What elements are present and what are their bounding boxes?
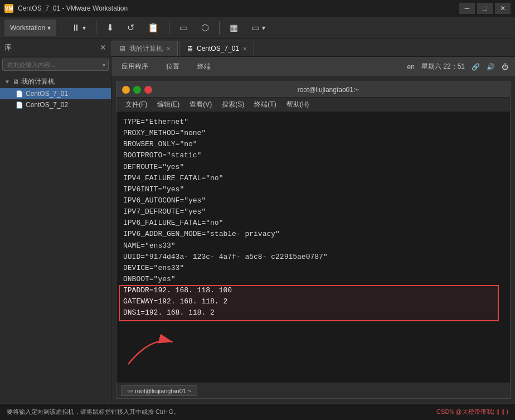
terminal-menu-edit[interactable]: 编辑(E)	[153, 98, 184, 111]
terminal-line: DEVICE="ens33"	[123, 263, 503, 274]
vm-icon-1: 📄	[16, 90, 23, 98]
terminal-close-button[interactable]: ✕	[144, 86, 152, 94]
terminal-tab-1[interactable]: ▭ root@liujiangtao01:~	[121, 385, 197, 396]
status-bar: 要将输入定向到该虚拟机，请将鼠标指针移入其中或按 Ctrl+G。 CSDN @大…	[0, 403, 515, 420]
terminal-win-buttons: ─ □ ✕	[122, 86, 152, 94]
tab-close-centos-1[interactable]: ✕	[242, 46, 247, 52]
sidebar-close-button[interactable]: ✕	[100, 43, 106, 52]
send-icon: ⬇	[106, 22, 114, 33]
minimize-button[interactable]: ─	[459, 3, 475, 14]
terminal-menu: 文件(F) 编辑(E) 查看(V) 搜索(S) 终端(T) 帮助(H)	[116, 98, 510, 112]
terminal-line: GATEWAY=192. 168. 118. 2	[123, 296, 503, 307]
terminal-menu-help[interactable]: 帮助(H)	[282, 98, 314, 111]
vm-net-icon: 🔗	[472, 63, 480, 71]
search-input[interactable]	[2, 59, 109, 71]
terminal-line: IPV6_FAILURE_FATAL="no"	[123, 218, 503, 229]
terminal-container: ─ □ ✕ root@liujiangtao01:~ 文件(F) 编辑(E) 查…	[111, 77, 515, 403]
toolbar-sep-1	[61, 21, 61, 35]
maximize-button[interactable]: □	[477, 3, 493, 14]
vm-lang: en	[407, 63, 415, 71]
expand-icon: ▼	[4, 79, 10, 85]
tree-label-centos-2: CentOS_7_02	[26, 101, 68, 109]
sidebar: 库 ✕ ▾ ▼ 🖥 我的计算机 📄 CentOS_7_01 📄 CentOS_7…	[0, 39, 111, 403]
terminal-window: ─ □ ✕ root@liujiangtao01:~ 文件(F) 编辑(E) 查…	[116, 81, 511, 399]
terminal-line: BOOTPROTO="static"	[123, 150, 503, 161]
vm-icon-2: 📄	[16, 102, 23, 109]
tab-icon-my-computer: 🖥	[119, 45, 126, 53]
tab-label-centos-1: CentOS_7_01	[197, 45, 239, 52]
terminal-line: BROWSER_ONLY="no"	[123, 139, 503, 150]
vm-header-right: en 星期六 22：51 🔗 🔊 ⏻	[407, 62, 508, 71]
tree-item-centos-1[interactable]: 📄 CentOS_7_01	[0, 88, 111, 99]
toolbar-sep-2	[96, 21, 96, 35]
terminal-line: UUID="9174d43a- 123c- 4a7f- a5c8- c22915…	[123, 252, 503, 263]
terminal-line: DEFROUTE="yes"	[123, 162, 503, 173]
tab-bar: 🖥 我的计算机 ✕ 🖥 CentOS_7_01 ✕	[111, 39, 515, 57]
content-area: 🖥 我的计算机 ✕ 🖥 CentOS_7_01 ✕ 应用程序 位置 终端 en …	[111, 39, 515, 403]
tab-close-my-computer[interactable]: ✕	[166, 46, 171, 52]
title-bar: VM CentOS_7_01 - VMware Workstation ─ □ …	[0, 0, 515, 17]
terminal-line: IPV4_FAILURE_FATAL="no"	[123, 173, 503, 184]
power-button[interactable]: ↺	[122, 20, 140, 36]
tab-label-my-computer: 我的计算机	[129, 44, 163, 54]
window-controls: ─ □ ✕	[459, 3, 511, 14]
terminal-line: ONBOOT="yes"	[123, 274, 503, 285]
tree-item-my-computer[interactable]: ▼ 🖥 我的计算机	[0, 75, 111, 88]
vm-menu-terminal[interactable]: 终端	[194, 60, 214, 74]
pause-dropdown: ▾	[82, 24, 86, 32]
status-text: 要将输入定向到该虚拟机，请将鼠标指针移入其中或按 Ctrl+G。	[7, 408, 179, 416]
remote-button[interactable]: ▭ ▾	[246, 20, 271, 36]
terminal-line: IPADDR=192. 168. 118. 100	[123, 285, 503, 296]
terminal-line: TYPE="Ethernet"	[123, 117, 503, 128]
terminal-menu-view[interactable]: 查看(V)	[185, 98, 216, 111]
terminal-menu-file[interactable]: 文件(F)	[121, 98, 152, 111]
tab-icon-centos-1: 🖥	[186, 45, 193, 53]
terminal-content[interactable]: TYPE="Ethernet"PROXY_METHOD="none"BROWSE…	[116, 112, 510, 383]
computer-icon: 🖥	[12, 78, 19, 86]
vm-header: 应用程序 位置 终端 en 星期六 22：51 🔗 🔊 ⏻	[111, 57, 515, 77]
tab-centos-1[interactable]: 🖥 CentOS_7_01 ✕	[179, 41, 254, 56]
console-button[interactable]: ▦	[224, 20, 244, 36]
terminal-max-button[interactable]: □	[133, 86, 141, 94]
sidebar-header: 库 ✕	[0, 39, 111, 56]
close-button[interactable]: ✕	[495, 3, 511, 14]
send-ctrl-button[interactable]: ⬇	[101, 20, 119, 36]
workstation-button[interactable]: Workstation ▾	[4, 20, 56, 36]
snapshot-button[interactable]: 📋	[142, 20, 164, 36]
terminal-title-bar: ─ □ ✕ root@liujiangtao01:~	[116, 82, 510, 98]
pause-icon: ⏸	[71, 23, 80, 33]
terminal-title-text: root@liujiangtao01:~	[152, 86, 504, 94]
power-icon: ↺	[127, 22, 134, 33]
unity-icon: ⬡	[201, 22, 209, 33]
terminal-min-button[interactable]: ─	[122, 86, 130, 94]
unity-button[interactable]: ⬡	[196, 20, 215, 36]
dropdown-arrow: ▾	[47, 24, 51, 32]
tree-label-my-computer: 我的计算机	[21, 77, 55, 86]
console-icon: ▦	[230, 22, 238, 33]
vm-menu-apps[interactable]: 应用程序	[118, 60, 152, 74]
search-box: ▾	[2, 59, 109, 71]
terminal-line: PROXY_METHOD="none"	[123, 128, 503, 139]
tree-label-centos-1: CentOS_7_01	[26, 90, 68, 98]
terminal-menu-search[interactable]: 搜索(S)	[217, 98, 249, 111]
search-icon: ▾	[103, 62, 105, 68]
fullscreen-button[interactable]: ▭	[174, 20, 193, 36]
tree-item-centos-2[interactable]: 📄 CentOS_7_02	[0, 99, 111, 110]
tab-my-computer[interactable]: 🖥 我的计算机 ✕	[111, 41, 178, 56]
tree-area: ▼ 🖥 我的计算机 📄 CentOS_7_01 📄 CentOS_7_02	[0, 73, 111, 403]
terminal-menu-terminal[interactable]: 终端(T)	[250, 98, 280, 111]
workstation-label: Workstation	[10, 24, 45, 32]
sidebar-title: 库	[4, 42, 12, 52]
vm-menu-location[interactable]: 位置	[163, 60, 183, 74]
vm-datetime: 星期六 22：51	[421, 62, 465, 71]
terminal-line: IPV6_AUTOCONF="yes"	[123, 195, 503, 206]
pause-button[interactable]: ⏸ ▾	[66, 20, 91, 36]
watermark-text: CSDN @大橙帝带我( ‖ ‖ )	[436, 408, 508, 416]
remote-dropdown: ▾	[262, 24, 265, 32]
terminal-bottom-bar: ▭ root@liujiangtao01:~	[116, 383, 510, 398]
toolbar: Workstation ▾ ⏸ ▾ ⬇ ↺ 📋 ▭ ⬡ ▦ ▭ ▾	[0, 17, 515, 39]
title-bar-text: CentOS_7_01 - VMware Workstation	[18, 4, 455, 12]
terminal-tab-label: root@liujiangtao01:~	[135, 388, 191, 394]
terminal-line: DNS1=192. 168. 118. 2	[123, 307, 503, 318]
snapshot-icon: 📋	[148, 22, 159, 33]
